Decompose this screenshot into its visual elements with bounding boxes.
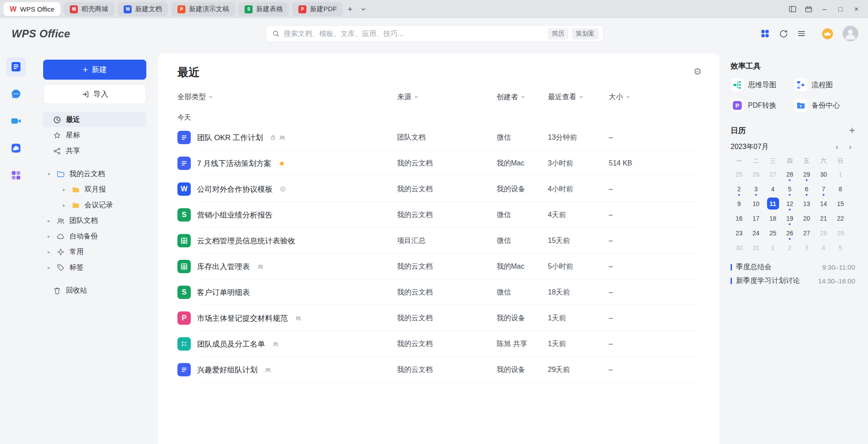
expand-arrow-icon[interactable]: ▸ bbox=[61, 202, 67, 208]
filter-source[interactable]: 来源 bbox=[397, 93, 418, 102]
file-row[interactable]: P 市场主体登记提交材料规范 我的云文档 我的设备 1天前 – bbox=[177, 305, 700, 331]
import-button[interactable]: 导入 bbox=[43, 84, 146, 104]
calendar-day[interactable]: 7 bbox=[815, 182, 832, 196]
new-button[interactable]: + 新建 bbox=[43, 60, 146, 80]
tool-flowchart[interactable]: 流程图 bbox=[794, 78, 855, 92]
file-row[interactable]: 团队成员及分工名单 我的云文档 陈旭 共享 1天前 – bbox=[177, 331, 700, 357]
tab-docer-store[interactable]: 稻 稻壳商城 bbox=[64, 2, 114, 16]
collapse-arrow-icon[interactable]: ▾ bbox=[46, 171, 52, 177]
calendar-day[interactable]: 1 bbox=[764, 240, 781, 255]
file-row[interactable]: 7 月线下活动策划方案 ★ 我的云文档 我的Mac 3小时前 514 KB bbox=[177, 150, 700, 176]
calendar-day[interactable]: 12 bbox=[781, 196, 798, 211]
calendar-day[interactable]: 28 bbox=[781, 167, 798, 182]
search-bar[interactable]: 简历 策划案 bbox=[266, 25, 603, 42]
sidebar-item-tags[interactable]: ▸ 标签 bbox=[43, 260, 146, 275]
expand-arrow-icon[interactable]: ▸ bbox=[46, 218, 52, 224]
calendar-day[interactable]: 18 bbox=[764, 211, 781, 226]
calendar-day[interactable]: 26 bbox=[747, 167, 764, 182]
calendar-day[interactable]: 28 bbox=[815, 226, 832, 240]
filter-viewed[interactable]: 最近查看 bbox=[548, 93, 583, 102]
filter-creator[interactable]: 创建者 bbox=[497, 93, 525, 102]
tab-new-pdf[interactable]: P 新建PDF bbox=[292, 2, 343, 16]
calendar-day[interactable]: 10 bbox=[747, 196, 764, 211]
add-event-button[interactable]: + bbox=[849, 125, 855, 136]
rail-docs-icon[interactable] bbox=[6, 57, 26, 77]
sidebar-item-auto-backup[interactable]: ▸ 自动备份 bbox=[43, 229, 146, 244]
calendar-day[interactable]: 19 bbox=[781, 211, 798, 226]
next-month-icon[interactable]: › bbox=[845, 142, 855, 152]
user-avatar[interactable] bbox=[843, 26, 858, 41]
rail-apps-icon[interactable] bbox=[6, 165, 26, 185]
sidebar-item-bimonthly-report[interactable]: ▸ 双月报 bbox=[43, 182, 146, 197]
file-row[interactable]: S 客户订单明细表 我的云文档 微信 18天前 – bbox=[177, 279, 700, 305]
calendar-day[interactable]: 16 bbox=[731, 211, 747, 226]
sync-icon[interactable] bbox=[779, 29, 788, 39]
calendar-day[interactable]: 6 bbox=[798, 182, 815, 196]
calendar-day[interactable]: 3 bbox=[798, 240, 815, 255]
calendar-day[interactable]: 23 bbox=[731, 226, 747, 240]
file-row[interactable]: W 公司对外合作协议模板 我的云文档 我的设备 4小时前 – bbox=[177, 176, 700, 202]
sidebar-item-shared[interactable]: 共享 bbox=[43, 143, 146, 158]
sidebar-item-my-cloud-docs[interactable]: ▾ 我的云文档 bbox=[43, 166, 146, 182]
rail-cloud-icon[interactable] bbox=[6, 138, 26, 158]
sidebar-item-recent[interactable]: 最近 bbox=[43, 112, 146, 127]
search-input[interactable] bbox=[284, 30, 544, 38]
search-tag-resume[interactable]: 简历 bbox=[548, 28, 568, 40]
calendar-day[interactable]: 25 bbox=[764, 226, 781, 240]
calendar-day[interactable]: 4 bbox=[764, 182, 781, 196]
calendar-day[interactable]: 15 bbox=[832, 196, 849, 211]
maximize-button[interactable]: □ bbox=[832, 2, 848, 16]
calendar-day[interactable]: 31 bbox=[747, 240, 764, 255]
calendar-day[interactable]: 1 bbox=[832, 167, 849, 182]
filter-size[interactable]: 大小 bbox=[609, 93, 630, 102]
membership-icon[interactable] bbox=[821, 27, 834, 40]
calendar-day[interactable]: 27 bbox=[798, 226, 815, 240]
calendar-day[interactable]: 11 bbox=[764, 196, 781, 211]
settings-gear-icon[interactable]: ⚙ bbox=[693, 67, 702, 76]
rail-meeting-icon[interactable] bbox=[6, 111, 26, 131]
tool-mindmap[interactable]: 思维导图 bbox=[731, 78, 794, 92]
expand-arrow-icon[interactable]: ▸ bbox=[61, 187, 67, 193]
sidebar-item-team-docs[interactable]: ▸ 团队文档 bbox=[43, 213, 146, 228]
expand-arrow-icon[interactable]: ▸ bbox=[46, 234, 52, 239]
calendar-day[interactable]: 2 bbox=[731, 182, 747, 196]
calendar-day[interactable]: 14 bbox=[815, 196, 832, 211]
calendar-day[interactable]: 8 bbox=[832, 182, 849, 196]
search-tag-plan[interactable]: 策划案 bbox=[572, 28, 599, 40]
prev-month-icon[interactable]: ‹ bbox=[832, 142, 842, 152]
tab-list-chevron-icon[interactable] bbox=[357, 3, 370, 16]
minimize-button[interactable]: – bbox=[816, 2, 832, 16]
sidebar-item-meeting-notes[interactable]: ▸ 会议记录 bbox=[43, 198, 146, 213]
sidebar-item-starred[interactable]: 星标 bbox=[43, 128, 146, 143]
sidebar-toggle-icon[interactable] bbox=[784, 2, 800, 16]
file-row[interactable]: 团队 OKR 工作计划 团队文档 微信 13分钟前 – bbox=[177, 125, 700, 150]
filter-type[interactable]: 全部类型 bbox=[177, 93, 213, 102]
rail-chat-icon[interactable] bbox=[6, 84, 26, 104]
calendar-day[interactable]: 29 bbox=[798, 167, 815, 182]
workspace-box-icon[interactable] bbox=[800, 2, 816, 16]
tool-backup-center[interactable]: 备份中心 bbox=[794, 99, 855, 112]
expand-arrow-icon[interactable]: ▸ bbox=[46, 249, 52, 255]
calendar-day[interactable]: 30 bbox=[731, 240, 747, 255]
calendar-day[interactable]: 9 bbox=[731, 196, 747, 211]
calendar-day[interactable]: 27 bbox=[764, 167, 781, 182]
tab-new-presentation[interactable]: P 新建演示文稿 bbox=[171, 2, 235, 16]
calendar-day[interactable]: 29 bbox=[832, 226, 849, 240]
tab-new-spreadsheet[interactable]: S 新建表格 bbox=[238, 2, 289, 16]
menu-icon[interactable] bbox=[797, 29, 806, 38]
calendar-day[interactable]: 30 bbox=[815, 167, 832, 182]
file-row[interactable]: 云文档管理员信息统计表验收 项目汇总 微信 15天前 – bbox=[177, 228, 700, 254]
calendar-day[interactable]: 26 bbox=[781, 226, 798, 240]
file-row[interactable]: S 营销小组业绩分析报告 我的云文档 微信 4天前 – bbox=[177, 202, 700, 228]
new-tab-button[interactable]: + bbox=[344, 3, 356, 16]
calendar-day[interactable]: 21 bbox=[815, 211, 832, 226]
calendar-day[interactable]: 20 bbox=[798, 211, 815, 226]
calendar-day[interactable]: 13 bbox=[798, 196, 815, 211]
calendar-day[interactable]: 17 bbox=[747, 211, 764, 226]
calendar-event[interactable]: 季度总结会9:30–11:00 bbox=[731, 260, 855, 274]
file-row[interactable]: 库存出入管理表 我的云文档 我的Mac 5小时前 – bbox=[177, 254, 700, 279]
tab-wps-office[interactable]: W WPS Office bbox=[4, 2, 60, 16]
close-button[interactable]: × bbox=[848, 2, 864, 16]
calendar-day[interactable]: 5 bbox=[781, 182, 798, 196]
calendar-day[interactable]: 24 bbox=[747, 226, 764, 240]
